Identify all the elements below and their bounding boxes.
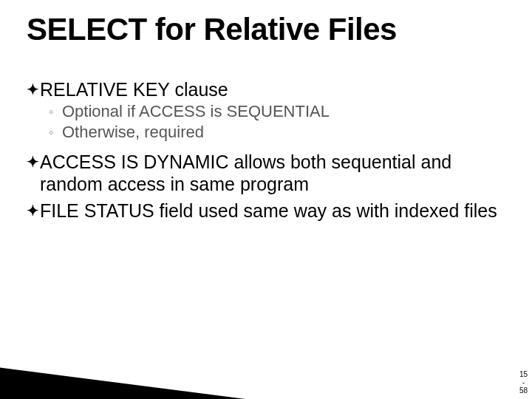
bullet-icon: ✦ [27,151,40,173]
sub-bullet-icon: ◦ [49,123,62,142]
sub-bullet-item: ◦ Otherwise, required [49,123,507,142]
bullet-text: ACCESS IS DYNAMIC allows both sequential… [40,151,507,195]
bullet-text: FILE STATUS field used same way as with … [40,200,497,222]
page-number-c: 58 [519,386,528,395]
bullet-item: ✦ ACCESS IS DYNAMIC allows both sequenti… [27,151,507,195]
bullet-text: RELATIVE KEY clause [40,78,228,100]
slide-title: SELECT for Relative Files [27,12,397,47]
page-number: 15 - 58 [519,370,528,395]
bullet-item: ✦ FILE STATUS field used same way as wit… [27,200,507,222]
bullet-item: ✦ RELATIVE KEY clause [27,78,507,100]
page-number-a: 15 [519,370,528,378]
sub-bullet-text: Optional if ACCESS is SEQUENTIAL [62,102,330,121]
bullet-icon: ✦ [27,78,40,100]
slide: SELECT for Relative Files ✦ RELATIVE KEY… [0,0,532,399]
slide-content: ✦ RELATIVE KEY clause ◦ Optional if ACCE… [27,74,507,222]
sub-bullet-text: Otherwise, required [62,123,204,142]
page-number-b: - [519,378,528,386]
sub-bullet-item: ◦ Optional if ACCESS is SEQUENTIAL [49,102,507,121]
bullet-icon: ✦ [27,200,40,222]
decorative-wedge [0,366,303,399]
sub-bullet-icon: ◦ [49,102,62,121]
